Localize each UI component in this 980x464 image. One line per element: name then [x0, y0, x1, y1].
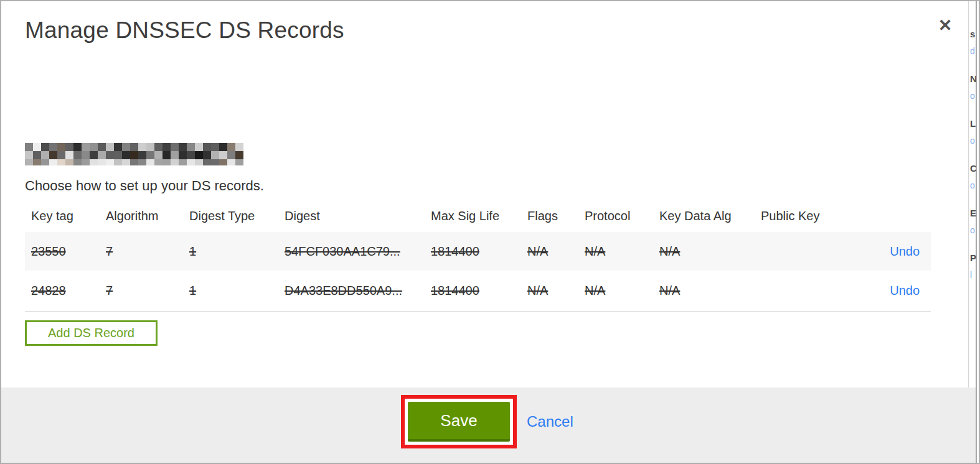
column-header: Public Key	[755, 205, 875, 233]
cell-key-data-alg: N/A	[653, 233, 755, 271]
cell-algorithm: 7	[100, 271, 183, 312]
red-annotation-rectangle: Save	[401, 395, 517, 448]
add-ds-record-button[interactable]: Add DS Record	[25, 320, 158, 346]
close-icon[interactable]: ✕	[935, 15, 956, 36]
table-row: 2482871D4A33E8DD550A9...1814400N/AN/AN/A…	[25, 271, 931, 312]
column-header: Key Data Alg	[653, 205, 755, 233]
cell-public-key	[755, 271, 875, 312]
undo-link[interactable]: Undo	[890, 244, 920, 258]
cell-key-data-alg: N/A	[653, 271, 755, 312]
cell-digest-type: 1	[183, 271, 278, 312]
cell-key-tag: 23550	[25, 233, 100, 271]
modal-footer: Save Cancel	[1, 387, 977, 463]
column-header: Digest	[278, 205, 425, 233]
window-edge-divider	[976, 1, 977, 463]
cell-key-tag: 24828	[25, 271, 100, 312]
column-header: Algorithm	[100, 205, 183, 233]
cell-max-sig-life: 1814400	[425, 271, 521, 312]
cell-algorithm: 7	[100, 233, 183, 271]
manage-dnssec-modal: { "modal": { "title": "Manage DNSSEC DS …	[0, 0, 980, 464]
page-title: Manage DNSSEC DS Records	[25, 17, 344, 44]
column-header: Flags	[521, 205, 578, 233]
column-header: Protocol	[578, 205, 653, 233]
cell-digest: 54FCF030AA1C79...	[278, 233, 425, 271]
cell-flags: N/A	[521, 271, 578, 312]
cancel-link[interactable]: Cancel	[527, 413, 573, 430]
ds-records-table: Key tagAlgorithmDigest TypeDigestMax Sig…	[25, 205, 931, 312]
cell-protocol: N/A	[578, 233, 653, 271]
cell-public-key	[755, 233, 875, 271]
undo-link[interactable]: Undo	[890, 284, 920, 297]
subtitle-text: Choose how to set up your DS records.	[25, 178, 264, 194]
column-header: Digest Type	[183, 205, 278, 233]
column-header: Key tag	[25, 205, 100, 233]
cell-flags: N/A	[521, 233, 578, 271]
save-button[interactable]: Save	[408, 402, 510, 442]
table-header: Key tagAlgorithmDigest TypeDigestMax Sig…	[25, 205, 931, 233]
column-header: Max Sig Life	[425, 205, 521, 233]
cell-protocol: N/A	[578, 271, 653, 312]
table-row: 235507154FCF030AA1C79...1814400N/AN/AN/A…	[25, 233, 931, 271]
redacted-domain-text	[25, 143, 243, 165]
cell-digest: D4A33E8DD550A9...	[278, 271, 425, 312]
cell-max-sig-life: 1814400	[425, 233, 521, 271]
cell-digest-type: 1	[183, 233, 278, 271]
